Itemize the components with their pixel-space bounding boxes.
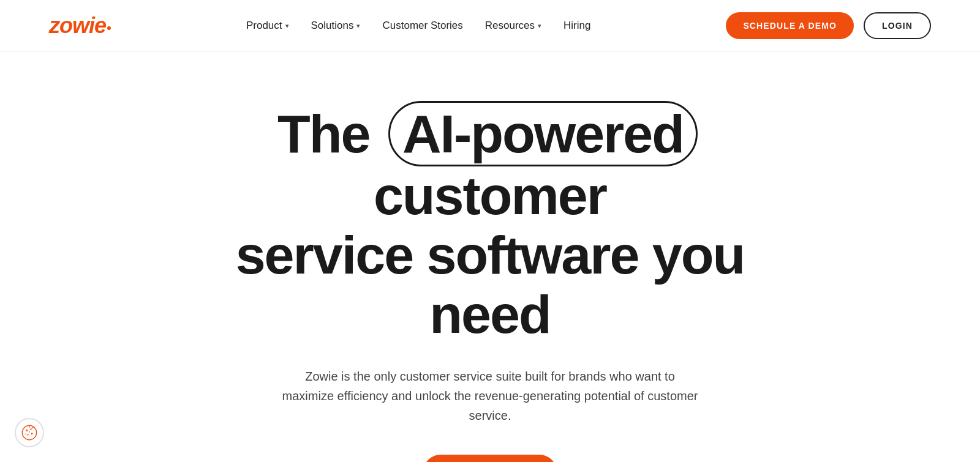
hero-title-after: customer — [374, 165, 606, 226]
hero-title: The AI-powered customer service software… — [214, 101, 766, 345]
chevron-down-icon: ▾ — [538, 22, 541, 30]
nav-link-resources-label: Resources — [485, 20, 535, 32]
nav-link-resources[interactable]: Resources ▾ — [477, 15, 550, 37]
svg-line-8 — [32, 427, 34, 428]
hero-ai-powered-badge: AI-powered — [388, 101, 698, 166]
schedule-demo-button[interactable]: SCHEDULE A DEMO — [726, 12, 854, 39]
nav-item-resources[interactable]: Resources ▾ — [477, 15, 550, 37]
chevron-down-icon: ▾ — [285, 22, 289, 30]
svg-point-6 — [25, 433, 26, 434]
hero-title-line2: service software you need — [214, 226, 766, 345]
hero-title-before: The — [277, 103, 369, 164]
nav-item-product[interactable]: Product ▾ — [238, 15, 298, 37]
nav-item-hiring[interactable]: Hiring — [555, 15, 599, 37]
nav-link-product-label: Product — [246, 20, 282, 32]
svg-point-1 — [26, 430, 28, 431]
nav-actions: SCHEDULE A DEMO LOGIN — [726, 12, 931, 39]
logo-text: zowie — [49, 13, 106, 39]
navbar: zowie Product ▾ Solutions ▾ Customer Sto… — [0, 0, 980, 52]
hero-title-line1: The AI-powered customer — [214, 101, 766, 226]
cookie-preferences-button[interactable] — [15, 418, 44, 447]
chevron-down-icon: ▾ — [356, 22, 360, 30]
nav-link-customer-stories-label: Customer Stories — [382, 20, 462, 32]
login-button[interactable]: LOGIN — [864, 12, 931, 39]
cookie-icon — [21, 424, 38, 441]
logo[interactable]: zowie — [49, 13, 111, 39]
logo-dot — [107, 26, 111, 30]
nav-links: Product ▾ Solutions ▾ Customer Stories R… — [238, 15, 600, 37]
svg-point-4 — [28, 434, 29, 435]
nav-item-customer-stories[interactable]: Customer Stories — [374, 15, 471, 37]
nav-link-solutions[interactable]: Solutions ▾ — [303, 15, 369, 37]
svg-point-5 — [29, 431, 30, 433]
nav-link-product[interactable]: Product ▾ — [238, 15, 298, 37]
hero-section: The AI-powered customer service software… — [0, 52, 980, 462]
get-started-button[interactable]: GET STARTED — [423, 455, 556, 462]
nav-item-solutions[interactable]: Solutions ▾ — [303, 15, 369, 37]
svg-point-3 — [31, 433, 33, 434]
svg-point-2 — [30, 429, 31, 430]
nav-link-hiring-label: Hiring — [564, 20, 590, 32]
nav-link-customer-stories[interactable]: Customer Stories — [374, 15, 471, 37]
nav-link-solutions-label: Solutions — [311, 20, 354, 32]
hero-subtitle: Zowie is the only customer service suite… — [282, 367, 698, 425]
nav-link-hiring[interactable]: Hiring — [555, 15, 599, 37]
